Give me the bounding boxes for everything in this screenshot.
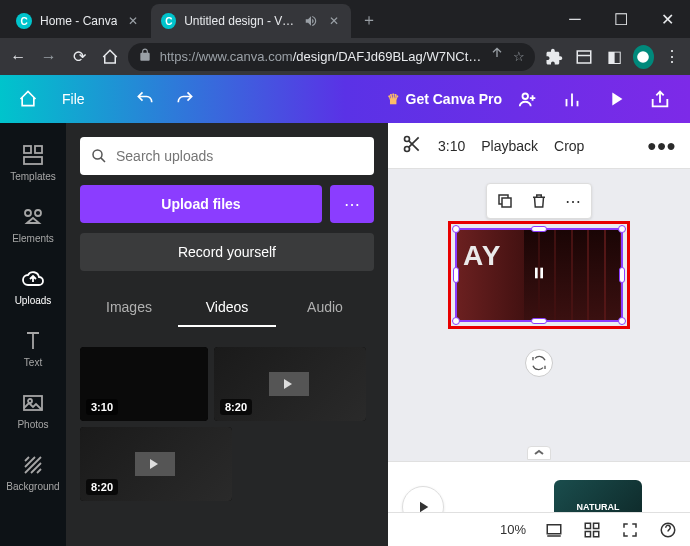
svg-point-3 (523, 94, 529, 100)
expand-timeline-button[interactable] (527, 446, 551, 460)
lock-icon (138, 48, 152, 65)
browser-tab-home[interactable]: C Home - Canva ✕ (6, 4, 151, 38)
upload-thumb[interactable]: 3:10 (80, 347, 208, 421)
forward-button[interactable]: → (36, 43, 60, 71)
playback-button[interactable]: Playback (481, 138, 538, 154)
svg-point-19 (405, 146, 410, 151)
rail-uploads[interactable]: Uploads (0, 255, 66, 317)
get-pro-button[interactable]: ♛ Get Canva Pro (387, 91, 502, 107)
resize-handle[interactable] (531, 318, 547, 324)
footer-bar: 10% (388, 512, 690, 546)
close-icon[interactable]: ✕ (327, 13, 342, 29)
svg-rect-29 (585, 531, 590, 536)
more-options-icon[interactable]: ●●● (647, 137, 676, 155)
duration-badge: 3:10 (86, 399, 118, 415)
rail-label: Photos (17, 419, 48, 430)
svg-rect-30 (594, 531, 599, 536)
present-button[interactable] (598, 81, 634, 117)
bookmark-icon[interactable]: ☆ (513, 49, 525, 64)
sync-button[interactable] (525, 349, 553, 377)
zoom-label[interactable]: 10% (500, 522, 526, 537)
close-icon[interactable]: ✕ (125, 13, 141, 29)
address-bar[interactable]: https://www.canva.com/design/DAFJd69BLag… (128, 43, 536, 71)
record-yourself-button[interactable]: Record yourself (80, 233, 374, 271)
canva-topbar: File ♛ Get Canva Pro (0, 75, 690, 123)
file-menu[interactable]: File (52, 91, 95, 107)
stage[interactable]: ⋯ AY (388, 169, 690, 461)
redo-button[interactable] (169, 83, 201, 115)
extensions-icon[interactable] (541, 43, 565, 71)
upload-thumb[interactable]: 8:20 (80, 427, 232, 501)
resize-handle[interactable] (452, 225, 460, 233)
video-overlay-text: AY (463, 240, 501, 272)
search-uploads[interactable] (80, 137, 374, 175)
search-input[interactable] (116, 148, 364, 164)
canva-favicon-icon: C (16, 13, 32, 29)
svg-line-15 (101, 158, 105, 162)
grid-view-icon[interactable] (582, 520, 602, 540)
search-icon (90, 147, 108, 165)
duplicate-icon[interactable] (495, 191, 515, 211)
svg-rect-9 (24, 157, 42, 164)
tab-videos[interactable]: Videos (178, 289, 276, 327)
profile-avatar[interactable] (633, 45, 654, 69)
rail-elements[interactable]: Elements (0, 193, 66, 255)
resize-handle[interactable] (618, 225, 626, 233)
browser-tab-design[interactable]: C Untitled design - Video ✕ (151, 4, 351, 38)
close-window-button[interactable]: ✕ (644, 0, 690, 38)
fullscreen-icon[interactable] (620, 520, 640, 540)
rail-templates[interactable]: Templates (0, 131, 66, 193)
rail-text[interactable]: Text (0, 317, 66, 379)
svg-rect-0 (577, 51, 591, 63)
video-element[interactable]: AY (455, 228, 623, 322)
svg-rect-8 (35, 146, 42, 153)
resize-handle[interactable] (619, 267, 625, 283)
url-text: https://www.canva.com/design/DAFJd69BLag… (160, 49, 482, 64)
pro-label: Get Canva Pro (406, 91, 502, 107)
home-button[interactable] (97, 43, 121, 71)
upload-files-button[interactable]: Upload files (80, 185, 322, 223)
resize-handle[interactable] (618, 317, 626, 325)
tab-title: Untitled design - Video (184, 14, 296, 28)
resize-handle[interactable] (453, 267, 459, 283)
svg-rect-22 (502, 198, 511, 207)
help-icon[interactable] (658, 520, 678, 540)
browser-tabs: C Home - Canva ✕ C Untitled design - Vid… (0, 0, 552, 38)
mute-icon[interactable] (304, 13, 319, 29)
share-icon[interactable] (489, 47, 505, 66)
view-mode-icon[interactable] (544, 520, 564, 540)
browser-toolbar: ← → ⟳ https://www.canva.com/design/DAFJd… (0, 38, 690, 75)
resize-handle[interactable] (531, 226, 547, 232)
selection-highlight: AY (448, 221, 630, 329)
pause-icon[interactable] (531, 265, 547, 285)
scissors-icon[interactable] (402, 134, 422, 158)
duration-label[interactable]: 3:10 (438, 138, 465, 154)
more-icon[interactable]: ⋯ (563, 191, 583, 211)
rail-photos[interactable]: Photos (0, 379, 66, 441)
resize-handle[interactable] (452, 317, 460, 325)
canva-home-button[interactable] (12, 83, 44, 115)
new-tab-button[interactable]: ＋ (355, 6, 383, 34)
menu-icon[interactable]: ⋮ (660, 43, 684, 71)
tab-images[interactable]: Images (80, 289, 178, 327)
upload-thumb[interactable]: 8:20 (214, 347, 366, 421)
upload-options-button[interactable]: ⋯ (330, 185, 374, 223)
crop-button[interactable]: Crop (554, 138, 584, 154)
analytics-icon[interactable] (554, 81, 590, 117)
collaborate-icon[interactable] (510, 81, 546, 117)
svg-point-18 (405, 136, 410, 141)
undo-button[interactable] (129, 83, 161, 115)
reload-button[interactable]: ⟳ (67, 43, 91, 71)
share-button[interactable] (642, 81, 678, 117)
media-tabs: Images Videos Audio (80, 289, 374, 327)
rail-label: Uploads (15, 295, 52, 306)
reading-list-icon[interactable] (572, 43, 596, 71)
delete-icon[interactable] (529, 191, 549, 211)
rail-background[interactable]: Background (0, 441, 66, 503)
maximize-button[interactable]: ☐ (598, 0, 644, 38)
extension-1-icon[interactable]: ◧ (602, 43, 626, 71)
tab-audio[interactable]: Audio (276, 289, 374, 327)
back-button[interactable]: ← (6, 43, 30, 71)
minimize-button[interactable]: ─ (552, 0, 598, 38)
app-body: Templates Elements Uploads Text Photos B… (0, 123, 690, 546)
